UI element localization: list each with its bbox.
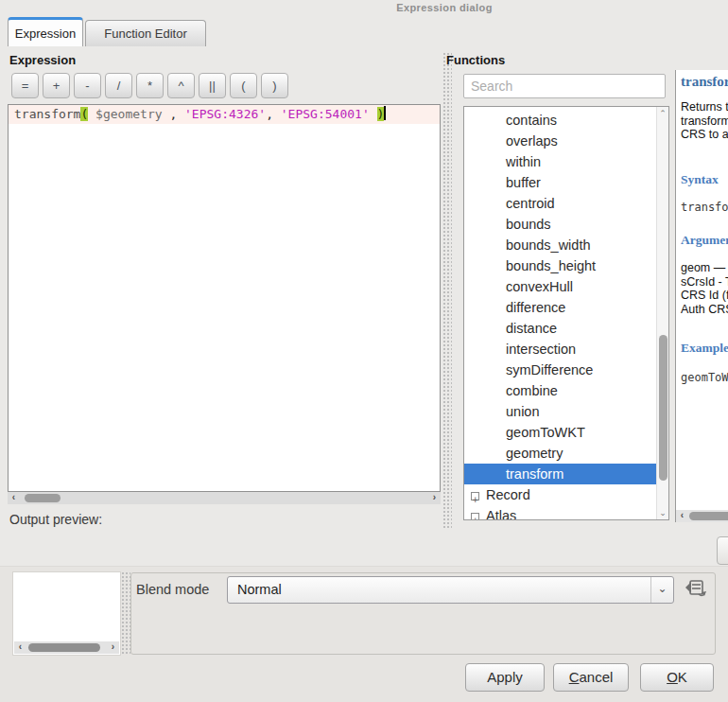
- expand-plus-icon[interactable]: [471, 513, 479, 520]
- operator-button[interactable]: ||: [199, 73, 226, 98]
- function-item[interactable]: buffer: [464, 172, 656, 193]
- operator-button[interactable]: (: [230, 73, 257, 98]
- help-description-line: Returns the geometry: [681, 100, 728, 114]
- function-group[interactable]: Record: [464, 484, 656, 505]
- function-item[interactable]: bounds_width: [464, 235, 656, 255]
- function-item[interactable]: overlaps: [464, 131, 656, 151]
- blend-mode-label: Blend mode: [136, 582, 209, 597]
- preview-panel: ‹ ›: [12, 571, 121, 656]
- code-token: [370, 107, 377, 121]
- vertical-splitter[interactable]: [442, 52, 452, 530]
- function-item[interactable]: convexHull: [464, 276, 656, 297]
- example-code: geomToWKT( transform( $geometry, 'EPSG:2…: [681, 371, 728, 384]
- examples-heading: Examples: [681, 341, 728, 356]
- preview-hscrollbar[interactable]: ‹ ›: [14, 641, 119, 654]
- code-token: 'EPSG:4326': [184, 107, 266, 121]
- function-item[interactable]: symDifference: [464, 360, 656, 380]
- bottom-section: ‹ › Blend mode Normal ⌄ Apply Cancel OK: [0, 566, 728, 702]
- functions-list: containsoverlapswithinbuffercentroidboun…: [463, 106, 669, 520]
- scroll-left-icon[interactable]: ‹: [14, 641, 26, 654]
- scroll-left-icon[interactable]: ‹: [676, 510, 688, 522]
- scroll-right-icon[interactable]: ›: [107, 641, 119, 654]
- help-description-line: transformed from a source: [681, 114, 728, 129]
- clipped-button[interactable]: [717, 536, 728, 565]
- operator-button[interactable]: ): [261, 73, 288, 98]
- blend-mode-select[interactable]: Normal ⌄: [227, 576, 674, 604]
- expression-code-line: transform( $geometry , 'EPSG:4326', 'EPS…: [9, 105, 440, 124]
- scroll-thumb[interactable]: [25, 494, 61, 502]
- expand-plus-icon[interactable]: [471, 492, 479, 500]
- operator-button[interactable]: ^: [167, 73, 195, 98]
- function-item[interactable]: distance: [464, 318, 656, 339]
- function-item[interactable]: combine: [464, 380, 656, 401]
- function-item[interactable]: bounds: [464, 214, 656, 235]
- help-hscrollbar[interactable]: ‹: [676, 510, 728, 522]
- operator-toolbar: =+-/*^||(): [11, 73, 288, 98]
- scroll-down-icon[interactable]: ⌄: [657, 508, 668, 518]
- function-item[interactable]: bounds_height: [464, 255, 656, 276]
- function-item[interactable]: geomToWKT: [464, 422, 656, 443]
- help-description: Returns the geometrytransformed from a s…: [681, 100, 728, 142]
- function-item[interactable]: centroid: [464, 193, 656, 214]
- scroll-left-icon[interactable]: ‹: [8, 492, 20, 504]
- expression-editor[interactable]: transform( $geometry , 'EPSG:4326', 'EPS…: [8, 104, 441, 492]
- chevron-down-icon: ⌄: [650, 577, 673, 603]
- scroll-right-icon[interactable]: ›: [428, 492, 441, 504]
- function-group[interactable]: Atlas: [464, 505, 656, 520]
- function-item[interactable]: union: [464, 401, 656, 422]
- help-panel: transform Returns the geometrytransforme…: [675, 70, 728, 522]
- operator-button[interactable]: =: [11, 73, 39, 98]
- code-token: ,: [163, 107, 184, 121]
- list-scrollbar[interactable]: ⌃ ⌄: [656, 107, 668, 519]
- ok-button[interactable]: OK: [640, 663, 714, 692]
- function-item[interactable]: intersection: [464, 339, 656, 360]
- code-token: ): [377, 107, 385, 121]
- tab-expression[interactable]: Expression: [8, 17, 83, 46]
- scroll-thumb[interactable]: [28, 643, 100, 652]
- function-item[interactable]: difference: [464, 297, 656, 318]
- apply-button[interactable]: Apply: [465, 663, 545, 692]
- scroll-thumb[interactable]: [659, 335, 667, 481]
- operator-button[interactable]: +: [43, 73, 70, 98]
- operator-button[interactable]: /: [105, 73, 132, 98]
- function-item[interactable]: within: [464, 151, 656, 172]
- help-title: transform: [681, 74, 728, 90]
- bottom-splitter[interactable]: [121, 571, 130, 656]
- operator-button[interactable]: *: [136, 73, 164, 98]
- code-token: ,: [266, 107, 281, 121]
- code-token: 'EPSG:54001': [281, 107, 370, 121]
- function-item[interactable]: contains: [464, 110, 656, 131]
- operator-button[interactable]: -: [74, 73, 101, 98]
- functions-section-label: Functions: [446, 53, 505, 67]
- argument-line: geom — a geometry: [681, 261, 728, 275]
- argument-line: Auth CRS Id 'EPSG:4326'): [681, 303, 728, 317]
- editor-hscrollbar[interactable]: ‹ ›: [8, 492, 441, 504]
- data-defined-override-button[interactable]: [683, 577, 708, 602]
- syntax-code: transform( geom, sourceCRS, destCRS ): [681, 201, 728, 214]
- code-token: transform: [14, 107, 80, 121]
- output-preview-label: Output preview:: [9, 512, 102, 527]
- argument-line: sCrsId - The Source: [681, 275, 728, 290]
- syntax-heading: Syntax: [681, 172, 719, 187]
- tab-function-editor[interactable]: Function Editor: [85, 20, 206, 46]
- arguments-heading: Arguments: [681, 233, 728, 248]
- search-input[interactable]: [463, 74, 666, 98]
- help-description-line: CRS to a destination CRS: [681, 128, 728, 142]
- code-token: [88, 107, 95, 121]
- code-token: $geometry: [95, 107, 162, 121]
- expression-section-label: Expression: [9, 53, 76, 67]
- text-cursor: [384, 106, 386, 120]
- function-item[interactable]: geometry: [464, 443, 656, 464]
- scroll-up-icon[interactable]: ⌃: [657, 109, 668, 118]
- scroll-thumb[interactable]: [689, 512, 728, 520]
- dialog-title: Expression dialog: [396, 2, 493, 13]
- cancel-button[interactable]: Cancel: [553, 663, 629, 692]
- function-item[interactable]: transform: [464, 464, 656, 484]
- argument-line: CRS Id (for example an: [681, 289, 728, 303]
- blend-mode-value: Normal: [237, 582, 282, 597]
- data-defined-override-icon: [683, 577, 708, 602]
- argument-list: geom — a geometrysCrsId - The SourceCRS …: [681, 261, 728, 316]
